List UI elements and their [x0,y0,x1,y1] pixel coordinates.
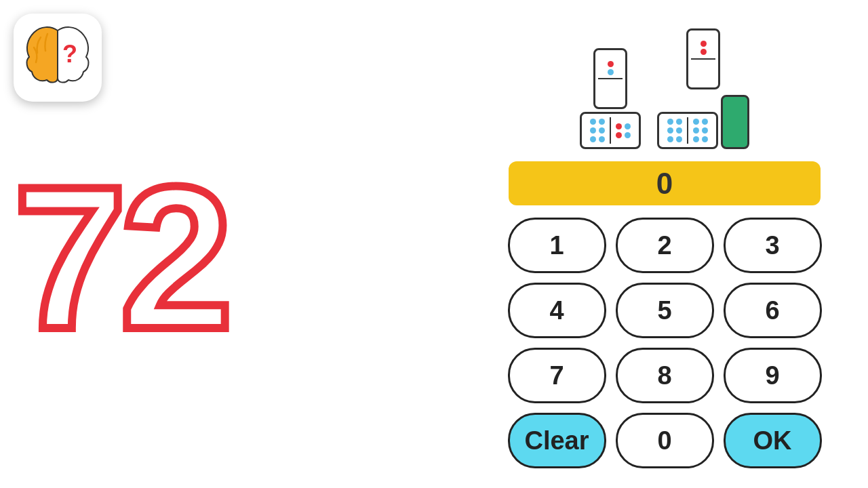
display-value: 0 [656,167,673,201]
key-3[interactable]: 3 [724,218,822,273]
key-7[interactable]: 7 [508,348,606,403]
svg-text:?: ? [62,40,77,68]
domino-green-tile [721,95,749,149]
key-2[interactable]: 2 [616,218,714,273]
key-6[interactable]: 6 [724,283,822,338]
domino-tile-top [593,48,627,109]
key-5[interactable]: 5 [616,283,714,338]
ok-button[interactable]: OK [724,413,822,468]
key-0[interactable]: 0 [616,413,714,468]
app-icon: ? [14,14,102,102]
key-8[interactable]: 8 [616,348,714,403]
right-panel: 0 1 2 3 4 5 6 7 8 9 Clear 0 OK [502,14,827,468]
key-1[interactable]: 1 [508,218,606,273]
key-4[interactable]: 4 [508,283,606,338]
domino-tile-bl [580,112,641,149]
domino-tile-tr [686,28,720,89]
keypad: 1 2 3 4 5 6 7 8 9 Clear 0 OK [508,218,822,468]
domino-area [502,14,827,149]
clear-button[interactable]: Clear [508,413,606,468]
domino-tile-br [657,112,718,149]
level-number: 72 [14,156,226,359]
answer-display: 0 [509,161,821,205]
key-9[interactable]: 9 [724,348,822,403]
